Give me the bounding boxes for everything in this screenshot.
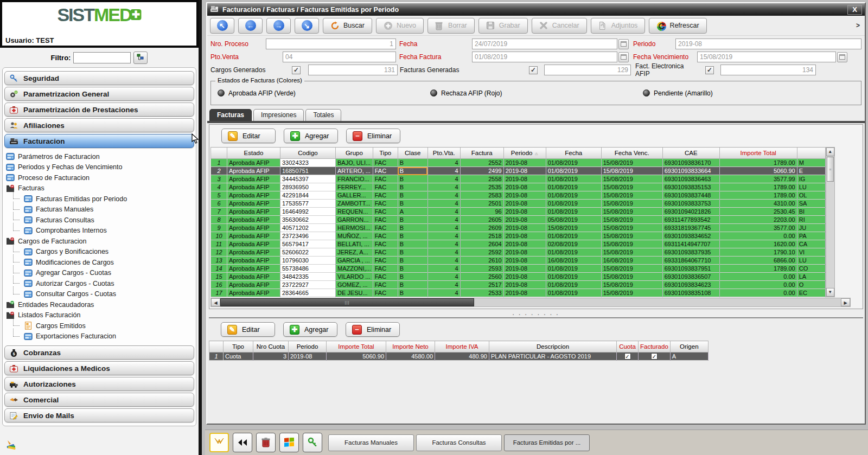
tree-item-cargos-y-bonificaciones[interactable]: Cargos y Bonificaciones	[6, 247, 195, 258]
cargos-generados-count[interactable]	[308, 65, 398, 75]
adjuntos-button[interactable]: Adjuntos	[591, 18, 646, 34]
column-header-nro-cuota[interactable]: Nro Cuota	[253, 341, 289, 353]
tree-item-facturas-consultas[interactable]: Facturas Consultas	[6, 215, 195, 226]
taskbar-button-1[interactable]: Facturas Consultas	[416, 434, 502, 451]
table-row[interactable]: 1Cuota32019-085060.904580.00480.90PLAN P…	[209, 353, 709, 361]
column-header-cut[interactable]	[797, 148, 825, 159]
tree-item-facturas[interactable]: Facturas	[6, 183, 195, 194]
sidebar-item-parametrizacion-general[interactable]: Parametrizacion General	[4, 87, 194, 101]
column-header-Pto.Vta.[interactable]: Pto.Vta.	[427, 148, 460, 159]
facturas-generadas-checkbox[interactable]: ✓	[529, 66, 538, 74]
tab-totales[interactable]: Totales	[305, 109, 341, 121]
table-row[interactable]: 15Aprobada AFIP34842335VILARDO ...FACB42…	[211, 273, 826, 281]
rewind-icon[interactable]	[233, 433, 252, 452]
sidebar-item-envio-de-mails[interactable]: Envio de Mails	[4, 408, 194, 422]
tree-item-modificaciones-de-cargos[interactable]: Modificaciones de Cargos	[6, 257, 195, 268]
favorites-icon[interactable]	[209, 433, 229, 452]
fecha-calendar-button[interactable]	[618, 39, 629, 49]
fact-electronica-checkbox[interactable]: ✓	[705, 66, 714, 74]
table-row[interactable]: 14Aprobada AFIP55738486MAZZONI,...FACB42…	[211, 265, 826, 273]
pto-venta-field[interactable]	[283, 52, 396, 62]
tree-item-cargos-emitidos[interactable]: Cargos Emitidos	[6, 321, 195, 331]
tree-item-par-metros-de-facturacion[interactable]: Parámetros de Facturacion	[6, 151, 195, 162]
tree-item-cargos-de-facturacion[interactable]: Cargos de Facturacion	[6, 236, 195, 247]
column-header-Tipo[interactable]: Tipo	[373, 148, 398, 159]
key-icon[interactable]	[303, 433, 322, 452]
sidebar-item-autorizaciones[interactable]: Autorizaciones	[4, 377, 194, 391]
column-header-cuota[interactable]: Cuota	[617, 341, 639, 353]
table-row[interactable]: 3Aprobada AFIP34445397FRANCIO...FACB4255…	[211, 175, 826, 183]
tree-item-listados-facturaci-n[interactable]: Listados Facturación	[6, 310, 195, 321]
panel-splitter[interactable]: . . . . . . . .	[207, 309, 865, 317]
table-row[interactable]: 11Aprobada AFIP56579417BELLATI, ...FACB4…	[211, 240, 826, 248]
table-row[interactable]: 2Aprobada AFIP16850751ARTERO, ...FACB424…	[211, 167, 826, 175]
nav-next-button[interactable]: →	[266, 18, 291, 34]
checked-checkbox[interactable]: ✓	[624, 353, 631, 360]
sidebar-item-facturacion[interactable]: Facturacion	[4, 134, 194, 148]
column-header-importe-iva[interactable]: Importe IVA	[435, 341, 489, 353]
cancelar-button[interactable]: Cancelar	[532, 18, 587, 34]
column-header-facturado[interactable]: Facturado	[639, 341, 671, 353]
sidebar-item-afiliaciones[interactable]: Afiliaciones	[4, 118, 194, 132]
windows-icon[interactable]	[279, 433, 299, 452]
nro-proceso-field[interactable]	[266, 39, 396, 49]
table-row[interactable]: 1Aprobada AFIP33024323BAJO, ULI...FACB42…	[211, 159, 826, 167]
palette-icon[interactable]	[5, 437, 18, 451]
buscar-button[interactable]: Buscar	[323, 18, 372, 34]
fecha-factura-calendar-button[interactable]	[618, 52, 629, 62]
fecha-factura-field[interactable]	[472, 52, 617, 62]
table-row[interactable]: 13Aprobada AFIP10796030GARCIA , ...FACB4…	[211, 257, 826, 265]
column-header-Codigo[interactable]: Codigo	[280, 148, 336, 159]
refrescar-button[interactable]: Refrescar	[649, 18, 706, 34]
vertical-scrollbar[interactable]: ▲ ≡ ▼	[826, 147, 835, 297]
tree-item-proceso-de-facturacion[interactable]: Proceso de Facturacion	[6, 172, 195, 183]
column-header-Grupo[interactable]: Grupo	[336, 148, 373, 159]
scroll-right-icon[interactable]: ▶	[841, 298, 850, 306]
column-header-Clase[interactable]: Clase	[398, 148, 427, 159]
fecha-vencimiento-calendar-button[interactable]	[837, 52, 847, 62]
sidebar-item-comercial[interactable]: Comercial	[4, 393, 194, 407]
fecha-field[interactable]	[472, 39, 617, 49]
column-header-periodo[interactable]: Periodo	[289, 341, 327, 353]
column-header-origen[interactable]: Origen	[670, 341, 708, 353]
periodo-field[interactable]	[675, 39, 861, 49]
tree-item-facturas-manuales[interactable]: Facturas Manuales	[6, 204, 195, 215]
editar-button-top[interactable]: ✎Editar	[221, 129, 276, 143]
grabar-button[interactable]: Grabar	[478, 18, 528, 34]
tree-item-consultar-cargos-cuotas[interactable]: Consultar Cargos - Cuotas	[6, 289, 195, 300]
sidebar-item-cobranzas[interactable]: $Cobranzas	[4, 345, 194, 360]
column-header-Estado[interactable]: Estado	[227, 148, 280, 159]
nav-first-button[interactable]: ↖	[210, 18, 234, 34]
column-header-CAE[interactable]: CAE	[662, 148, 719, 159]
fact-electronica-count[interactable]	[720, 65, 816, 75]
horizontal-scroll-thumb[interactable]: |||	[220, 298, 474, 306]
column-header-importe-total[interactable]: Importe Total	[327, 341, 386, 353]
borrar-button[interactable]: Borrar	[427, 18, 475, 34]
table-row[interactable]: 6Aprobada AFIP17535577ZAMBOTT...FACB4250…	[211, 200, 826, 208]
column-header-tipo[interactable]: Tipo	[224, 341, 253, 353]
trash-icon[interactable]	[256, 433, 276, 452]
scroll-up-icon[interactable]: ▲	[826, 148, 834, 156]
nav-previous-button[interactable]: ←	[238, 18, 263, 34]
taskbar-button-2[interactable]: Facturas Emitidas por ...	[504, 434, 590, 451]
vertical-scroll-thumb[interactable]: ≡	[827, 157, 834, 182]
column-header-Fecha Venc.[interactable]: Fecha Venc.	[601, 148, 662, 159]
fecha-vencimiento-field[interactable]	[697, 52, 836, 62]
scroll-down-icon[interactable]: ▼	[826, 288, 834, 297]
taskbar-button-0[interactable]: Facturas Manuales	[328, 434, 414, 451]
table-row[interactable]: 8Aprobada AFIP35630662GARRON...FACB42605…	[211, 216, 826, 224]
table-row[interactable]: 7Aprobada AFIP16464992REQUEN...FACA49620…	[211, 208, 826, 216]
facturas-generadas-count[interactable]	[544, 65, 631, 75]
table-row[interactable]: 5Aprobada AFIP42291844GALLER...FACB42583…	[211, 191, 826, 200]
tree-item-comprobantes-internos[interactable]: Comprobantes Internos	[6, 226, 195, 236]
nuevo-button[interactable]: Nuevo	[376, 18, 424, 34]
toolbar-overflow-chevron[interactable]: >	[856, 22, 860, 29]
table-row[interactable]: 17Aprobada AFIP28364665DE JESU...FACB425…	[211, 289, 826, 297]
column-header-Periodo[interactable]: Periodo ▲	[503, 148, 546, 159]
agregar-button-top[interactable]: ✚Agregar	[284, 129, 338, 143]
filter-tree-button[interactable]	[133, 52, 148, 64]
eliminar-button-top[interactable]: −Eliminar	[346, 129, 400, 143]
cargos-generados-checkbox[interactable]: ✓	[292, 66, 301, 74]
table-row[interactable]: 16Aprobada AFIP23722927GOMEZ, ...FACB425…	[211, 281, 826, 289]
tab-facturas[interactable]: Facturas	[209, 109, 252, 121]
